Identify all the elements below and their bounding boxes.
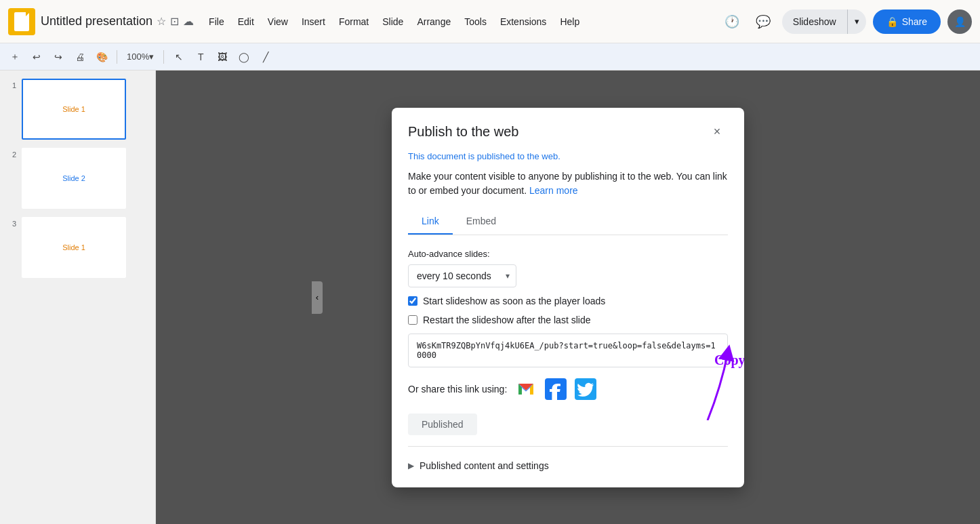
pub-section-arrow-icon: ▶ — [408, 461, 414, 470]
modal-overlay[interactable]: Publish to the web × This document is pu… — [156, 70, 980, 524]
modal-tabs: Link Embed — [408, 209, 728, 235]
slide-thumb-3[interactable]: 3 Slide 1 — [3, 214, 152, 281]
slide-label-3: Slide 1 — [62, 243, 85, 251]
cursor-button[interactable]: ↖ — [169, 47, 188, 66]
paint-format-button[interactable]: 🎨 — [92, 47, 111, 66]
published-content-section[interactable]: ▶ Published content and settings — [408, 458, 728, 474]
line-button[interactable]: ╱ — [256, 47, 275, 66]
lock-icon: 🔒 — [886, 16, 898, 27]
share-label: Share — [902, 16, 927, 27]
print-button[interactable]: 🖨 — [70, 47, 89, 66]
restart-slideshow-label[interactable]: Restart the slideshow after the last sli… — [423, 315, 590, 325]
learn-more-link[interactable]: Learn more — [529, 185, 578, 196]
slide-preview-2: Slide 2 — [22, 148, 126, 209]
topbar-right: 🕐 💬 Slideshow ▾ 🔒 Share 👤 — [720, 9, 972, 34]
share-via-label: Or share this link using: — [408, 384, 507, 395]
slideshow-button[interactable]: Slideshow ▾ — [782, 9, 866, 34]
menu-format[interactable]: Format — [332, 12, 375, 31]
avatar[interactable]: 👤 — [947, 9, 972, 34]
topbar: Untitled presentation ☆ ⊡ ☁ File Edit Vi… — [0, 0, 980, 43]
sep2 — [163, 50, 164, 64]
twitter-icon[interactable] — [575, 378, 596, 400]
menu-view[interactable]: View — [261, 12, 295, 31]
modal-description: Make your content visible to anyone by p… — [408, 169, 728, 198]
undo-button[interactable]: ↩ — [27, 47, 46, 66]
slides-panel: 1 Slide 1 2 Slide 2 3 Slide 1 — [0, 70, 156, 524]
start-slideshow-checkbox[interactable] — [408, 296, 417, 306]
slide-label-1: Slide 1 — [62, 105, 85, 113]
menu-extensions[interactable]: Extensions — [493, 12, 553, 31]
share-button[interactable]: 🔒 Share — [873, 9, 941, 34]
new-slide-button[interactable]: ＋ — [5, 47, 24, 66]
canvas-area: ‹ Publish to the web × This document is … — [156, 70, 980, 524]
published-section: Published Copy the — [408, 414, 728, 435]
tab-link[interactable]: Link — [408, 209, 453, 235]
title-area: Untitled presentation ☆ ⊡ ☁ — [41, 14, 194, 28]
menu-arrange[interactable]: Arrange — [410, 12, 457, 31]
slide-num-2: 2 — [5, 148, 16, 159]
shapes-button[interactable]: ◯ — [234, 47, 253, 66]
move-icon[interactable]: ⊡ — [170, 15, 179, 28]
slide-thumb-2[interactable]: 2 Slide 2 — [3, 145, 152, 211]
gmail-icon[interactable] — [515, 378, 537, 400]
published-notice: This document is published to the web. — [408, 151, 728, 161]
main-area: 1 Slide 1 2 Slide 2 3 Slide 1 ‹ Publish … — [0, 70, 980, 524]
text-button[interactable]: T — [191, 47, 210, 66]
slide-thumb-1[interactable]: 1 Slide 1 — [3, 76, 152, 142]
star-icon[interactable]: ☆ — [157, 15, 166, 28]
toolbar: ＋ ↩ ↪ 🖨 🎨 100%▾ ↖ T 🖼 ◯ ╱ — [0, 43, 980, 70]
pub-section-label: Published content and settings — [420, 460, 549, 471]
publish-modal: Publish to the web × This document is pu… — [392, 108, 744, 487]
slide-preview-3: Slide 1 — [22, 217, 126, 278]
menu-bar: File Edit View Insert Format Slide Arran… — [202, 12, 586, 31]
zoom-level: 100% — [127, 52, 149, 62]
modal-close-button[interactable]: × — [706, 121, 728, 143]
slide-num-1: 1 — [5, 79, 16, 89]
app-icon — [8, 8, 35, 35]
slide-label-2: Slide 2 — [62, 174, 85, 182]
sep1 — [117, 50, 117, 64]
published-button[interactable]: Published — [408, 414, 477, 435]
history-button[interactable]: 🕐 — [720, 9, 744, 34]
slideshow-dropdown-arrow[interactable]: ▾ — [847, 9, 866, 34]
restart-slideshow-checkbox[interactable] — [408, 315, 417, 325]
image-button[interactable]: 🖼 — [213, 47, 232, 66]
menu-help[interactable]: Help — [553, 12, 586, 31]
modal-divider — [408, 446, 728, 447]
facebook-icon[interactable] — [545, 378, 567, 400]
redo-button[interactable]: ↪ — [49, 47, 68, 66]
share-via-row: Or share this link using: — [408, 378, 728, 400]
doc-title: Untitled presentation — [41, 14, 152, 28]
start-slideshow-label[interactable]: Start slideshow as soon as the player lo… — [423, 296, 605, 306]
menu-slide[interactable]: Slide — [375, 12, 410, 31]
auto-advance-select[interactable]: every second every 2 seconds every 3 sec… — [408, 264, 516, 287]
checkbox-row-1: Start slideshow as soon as the player lo… — [408, 296, 728, 306]
comments-button[interactable]: 💬 — [751, 9, 775, 34]
menu-tools[interactable]: Tools — [457, 12, 493, 31]
menu-file[interactable]: File — [202, 12, 231, 31]
cloud-icon[interactable]: ☁ — [183, 15, 194, 28]
auto-advance-wrapper: every second every 2 seconds every 3 sec… — [408, 264, 516, 287]
auto-advance-label: Auto-advance slides: — [408, 249, 728, 259]
menu-edit[interactable]: Edit — [231, 12, 261, 31]
link-url-box[interactable]: W6sKmTR9ZQBpYnVfqj4kU6EA_/pub?start=true… — [408, 334, 728, 367]
modal-title: Publish to the web — [408, 124, 518, 140]
slide-num-3: 3 — [5, 217, 16, 228]
slideshow-label: Slideshow — [782, 16, 847, 27]
modal-body: This document is published to the web. M… — [392, 151, 744, 487]
zoom-control[interactable]: 100%▾ — [123, 52, 158, 62]
checkbox-row-2: Restart the slideshow after the last sli… — [408, 315, 728, 325]
modal-header: Publish to the web × — [392, 108, 744, 151]
slide-preview-1: Slide 1 — [22, 79, 126, 140]
tab-embed[interactable]: Embed — [453, 209, 510, 235]
menu-insert[interactable]: Insert — [295, 12, 332, 31]
